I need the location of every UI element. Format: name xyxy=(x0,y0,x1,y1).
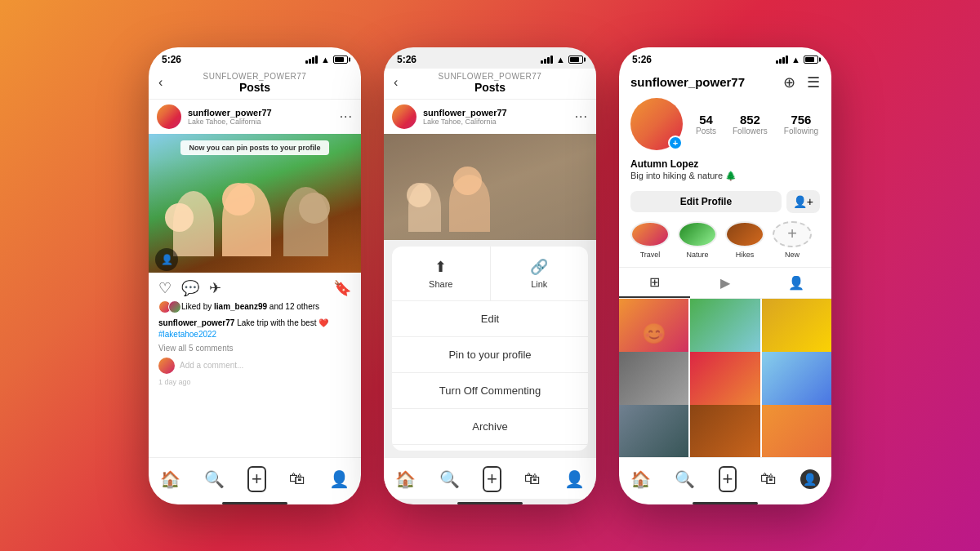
story-circle-hikes xyxy=(725,221,764,247)
nav-add-2[interactable]: + xyxy=(483,466,501,492)
caption-hashtag: #laketahoe2022 xyxy=(158,330,216,339)
post-avatar-2 xyxy=(392,104,416,129)
share-icon: ⬆ xyxy=(434,258,447,276)
share-action-button[interactable]: ⬆ Share xyxy=(392,247,491,300)
bottom-nav-2: 🏠 🔍 + 🛍 👤 xyxy=(384,457,596,499)
bio-text: Big into hiking & nature 🌲 xyxy=(630,170,820,182)
post-avatar xyxy=(157,104,181,129)
profile-top-bar: sunflower_power77 ⊕ ☰ xyxy=(619,69,831,98)
story-travel[interactable]: Travel xyxy=(630,221,670,259)
nav-profile-2[interactable]: 👤 xyxy=(564,469,585,489)
story-label-new: New xyxy=(785,251,800,259)
turn-off-commenting-menu-item[interactable]: Turn Off Commenting xyxy=(392,373,588,409)
story-circle-travel xyxy=(630,221,670,247)
comment-input[interactable]: Add a comment... xyxy=(180,361,243,370)
save-button[interactable]: 🔖 xyxy=(333,279,351,297)
nav-add-3[interactable]: + xyxy=(719,466,737,492)
header-title: Posts xyxy=(239,81,270,94)
battery-icon-2 xyxy=(568,56,583,64)
bottom-nav-1: 🏠 🔍 + 🛍 👤 xyxy=(149,457,361,499)
status-icons-1: ▲ xyxy=(305,55,348,64)
link-icon: 🔗 xyxy=(530,258,548,276)
phone-1-post-feed: 5:26 ▲ SUNFLOWER_POWER77 Posts ‹ sunfl xyxy=(149,47,361,504)
profile-info: + 54 Posts 852 Followers 756 Following xyxy=(619,98,831,158)
link-action-button[interactable]: 🔗 Link xyxy=(491,247,589,300)
profile-username: sunflower_power77 xyxy=(630,75,745,89)
header-username-2: SUNFLOWER_POWER77 xyxy=(439,72,542,81)
grid-tab-posts[interactable]: ⊞ xyxy=(619,268,690,298)
add-comment: Add a comment... xyxy=(149,354,361,377)
nav-search[interactable]: 🔍 xyxy=(204,469,225,489)
post-options-button-2[interactable]: ··· xyxy=(575,109,588,124)
nav-profile-active-3[interactable]: 👤 xyxy=(800,469,820,489)
story-hikes[interactable]: Hikes xyxy=(725,221,764,259)
post-username-2: sunflower_power77 xyxy=(423,108,507,118)
add-post-icon[interactable]: ⊕ xyxy=(783,73,795,91)
photo-cell-7[interactable] xyxy=(619,405,688,456)
archive-menu-item[interactable]: Archive xyxy=(392,409,588,445)
pin-banner: Now you can pin posts to your profile xyxy=(180,140,328,155)
following-stat[interactable]: 756 Following xyxy=(784,113,818,136)
edit-profile-button[interactable]: Edit Profile xyxy=(630,191,782,212)
status-bar-2: 5:26 ▲ xyxy=(384,47,596,69)
post-image-2 xyxy=(384,134,596,240)
posts-stat: 54 Posts xyxy=(696,113,716,136)
story-label-travel: Travel xyxy=(640,251,661,259)
nav-profile[interactable]: 👤 xyxy=(329,469,350,489)
liked-by: Liked by liam_beanz99 and 12 others xyxy=(149,300,361,316)
back-button[interactable]: ‹ xyxy=(158,75,163,90)
action-icons-left: ♡ 💬 ✈ xyxy=(158,279,221,297)
photo-cell-8[interactable] xyxy=(690,405,760,456)
post-options-button[interactable]: ··· xyxy=(340,109,353,124)
like-button[interactable]: ♡ xyxy=(158,279,172,297)
story-new[interactable]: + New xyxy=(773,221,812,259)
discover-icon: 👤+ xyxy=(793,195,813,208)
discover-people-button[interactable]: 👤+ xyxy=(786,190,820,213)
status-bar-3: 5:26 ▲ xyxy=(619,47,831,69)
menu-icon[interactable]: ☰ xyxy=(807,73,820,91)
view-comments[interactable]: View all 5 comments xyxy=(149,342,361,354)
story-label-hikes: Hikes xyxy=(736,251,755,259)
signal-icon-2 xyxy=(541,56,553,64)
back-button-2[interactable]: ‹ xyxy=(394,75,398,90)
nav-shop[interactable]: 🛍 xyxy=(289,469,305,488)
nav-home-3[interactable]: 🏠 xyxy=(630,469,651,489)
comment-button[interactable]: 💬 xyxy=(181,279,199,297)
nav-search-2[interactable]: 🔍 xyxy=(439,469,460,489)
liked-by-text: Liked by liam_beanz99 and 12 others xyxy=(181,302,319,311)
top-icons: ⊕ ☰ xyxy=(783,73,820,91)
post-meta: sunflower_power77 Lake Tahoe, California xyxy=(188,108,272,126)
profile-avatar-wrap: + xyxy=(630,98,683,150)
caption: sunflower_power77 Lake trip with the bes… xyxy=(149,316,361,342)
nav-search-3[interactable]: 🔍 xyxy=(675,469,695,489)
signal-icon-3 xyxy=(776,56,788,64)
nav-shop-3[interactable]: 🛍 xyxy=(760,469,777,488)
grid-tab-reels[interactable]: ▶ xyxy=(690,268,761,298)
story-label-nature: Nature xyxy=(686,251,708,259)
share-button[interactable]: ✈ xyxy=(209,279,221,297)
post-location: Lake Tahoe, California xyxy=(188,118,272,126)
pin-profile-menu-item[interactable]: Pin to your profile xyxy=(392,337,588,373)
header-username: SUNFLOWER_POWER77 xyxy=(203,72,307,81)
delete-menu-item[interactable]: Delete xyxy=(392,445,588,451)
edit-menu-item[interactable]: Edit xyxy=(392,301,588,337)
add-story-badge[interactable]: + xyxy=(668,136,683,150)
photo-cell-9[interactable] xyxy=(762,405,831,456)
nav-home[interactable]: 🏠 xyxy=(160,469,180,489)
post-actions: ♡ 💬 ✈ 🔖 xyxy=(149,273,361,300)
following-count: 756 xyxy=(791,113,811,127)
status-icons-3: ▲ xyxy=(776,55,818,64)
header-title-2: Posts xyxy=(474,81,506,94)
pin-banner-wrap: Now you can pin posts to your profile xyxy=(149,140,361,155)
nav-home-2[interactable]: 🏠 xyxy=(395,469,416,489)
profile-bio: Autumn Lopez Big into hiking & nature 🌲 xyxy=(619,158,831,190)
action-sheet: ⬆ Share 🔗 Link Edit Pin to your profile … xyxy=(392,247,588,451)
time-ago: 1 day ago xyxy=(149,377,361,387)
followers-stat[interactable]: 852 Followers xyxy=(733,113,768,136)
grid-tab-tagged[interactable]: 👤 xyxy=(760,268,831,298)
nav-shop-2[interactable]: 🛍 xyxy=(524,469,541,488)
phone-2-action-sheet: 5:26 ▲ SUNFLOWER_POWER77 Posts ‹ sunfl xyxy=(384,47,596,504)
nav-add[interactable]: + xyxy=(247,466,266,492)
comment-avatar xyxy=(158,358,175,374)
story-nature[interactable]: Nature xyxy=(678,221,717,259)
